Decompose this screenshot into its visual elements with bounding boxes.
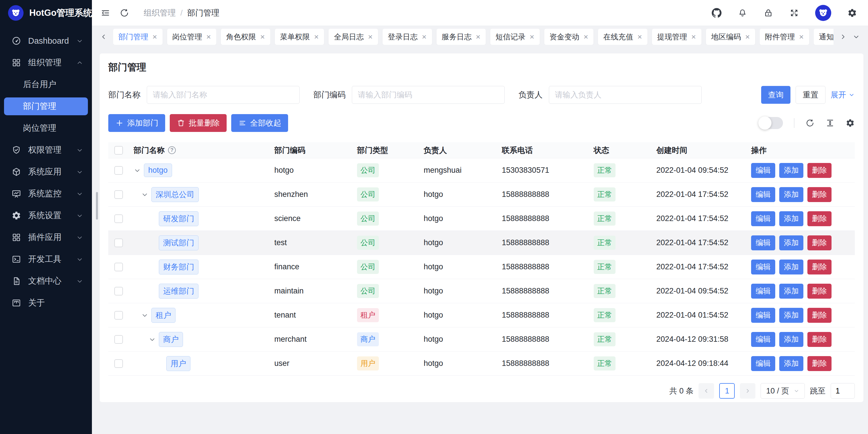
sidebar-item-关于[interactable]: 关于 xyxy=(0,292,92,314)
department-name-tag[interactable]: 用户 xyxy=(166,356,190,371)
sidebar-subitem-部门管理[interactable]: 部门管理 xyxy=(4,97,88,115)
tab-附件管理[interactable]: 附件管理✕ xyxy=(760,29,809,45)
sidebar-item-组织管理[interactable]: 组织管理 xyxy=(0,52,92,74)
department-name-tag[interactable]: 租户 xyxy=(151,308,176,323)
scrollbar-thumb[interactable] xyxy=(96,192,98,220)
refresh-icon[interactable] xyxy=(120,8,129,18)
department-name-tag[interactable]: 商户 xyxy=(159,332,183,347)
add-button[interactable]: 添加 xyxy=(779,211,803,226)
app-logo[interactable]: HotGo管理系统 xyxy=(0,0,92,26)
row-checkbox[interactable] xyxy=(114,190,123,199)
tab-close-icon[interactable]: ✕ xyxy=(368,34,373,40)
sidebar-item-Dashboard[interactable]: Dashboard xyxy=(0,30,92,52)
tab-菜单权限[interactable]: 菜单权限✕ xyxy=(275,29,324,45)
tab-登录日志[interactable]: 登录日志✕ xyxy=(382,29,432,45)
next-page-button[interactable] xyxy=(740,383,755,399)
delete-button[interactable]: 删除 xyxy=(807,356,832,371)
tabs-dropdown-icon[interactable] xyxy=(852,33,860,40)
edit-button[interactable]: 编辑 xyxy=(751,235,775,250)
edit-button[interactable]: 编辑 xyxy=(751,187,775,202)
sidebar-item-系统设置[interactable]: 系统设置 xyxy=(0,205,92,227)
tab-角色权限[interactable]: 角色权限✕ xyxy=(221,29,270,45)
department-name-tag[interactable]: 测试部门 xyxy=(159,235,198,250)
tab-close-icon[interactable]: ✕ xyxy=(529,34,534,40)
add-department-button[interactable]: 添加部门 xyxy=(108,114,165,132)
page-1-button[interactable]: 1 xyxy=(719,383,735,399)
tab-close-icon[interactable]: ✕ xyxy=(583,34,589,40)
sidebar-item-插件应用[interactable]: 插件应用 xyxy=(0,227,92,248)
sidebar-subitem-后台用户[interactable]: 后台用户 xyxy=(0,74,92,95)
caret-down-icon[interactable] xyxy=(133,167,141,174)
edit-button[interactable]: 编辑 xyxy=(751,211,775,226)
add-button[interactable]: 添加 xyxy=(779,308,803,323)
row-height-icon[interactable] xyxy=(826,118,835,127)
add-button[interactable]: 添加 xyxy=(779,163,803,178)
row-checkbox[interactable] xyxy=(114,214,123,223)
delete-button[interactable]: 删除 xyxy=(807,260,832,274)
row-checkbox[interactable] xyxy=(114,311,123,320)
row-checkbox[interactable] xyxy=(114,166,123,175)
sidebar-item-文档中心[interactable]: 文档中心 xyxy=(0,270,92,292)
delete-button[interactable]: 删除 xyxy=(807,284,832,299)
menu-collapse-icon[interactable] xyxy=(100,8,110,18)
delete-button[interactable]: 删除 xyxy=(807,308,832,323)
row-checkbox[interactable] xyxy=(114,238,123,247)
tab-close-icon[interactable]: ✕ xyxy=(476,34,481,40)
sidebar-item-系统监控[interactable]: 系统监控 xyxy=(0,183,92,205)
department-name-tag[interactable]: 深圳总公司 xyxy=(151,187,199,202)
tab-close-icon[interactable]: ✕ xyxy=(260,34,265,40)
prev-page-button[interactable] xyxy=(699,383,714,399)
edit-button[interactable]: 编辑 xyxy=(751,308,775,323)
tab-close-icon[interactable]: ✕ xyxy=(152,34,157,40)
tab-资金变动[interactable]: 资金变动✕ xyxy=(544,29,594,45)
edit-button[interactable]: 编辑 xyxy=(751,332,775,347)
sidebar-item-开发工具[interactable]: 开发工具 xyxy=(0,248,92,270)
caret-down-icon[interactable] xyxy=(141,312,149,319)
delete-button[interactable]: 删除 xyxy=(807,235,832,250)
edit-button[interactable]: 编辑 xyxy=(751,163,775,178)
collapse-all-button[interactable]: 全部收起 xyxy=(231,114,288,132)
row-checkbox[interactable] xyxy=(114,263,123,271)
row-checkbox[interactable] xyxy=(114,335,123,344)
batch-delete-button[interactable]: 批量删除 xyxy=(170,114,227,132)
delete-button[interactable]: 删除 xyxy=(807,211,832,226)
field-input-2[interactable] xyxy=(549,86,702,104)
tab-close-icon[interactable]: ✕ xyxy=(422,34,427,40)
caret-down-icon[interactable] xyxy=(149,336,156,343)
table-refresh-icon[interactable] xyxy=(805,118,814,127)
row-checkbox[interactable] xyxy=(114,359,123,368)
edit-button[interactable]: 编辑 xyxy=(751,284,775,299)
department-name-tag[interactable]: 财务部门 xyxy=(159,260,198,274)
field-input-1[interactable] xyxy=(352,86,505,104)
lock-icon[interactable] xyxy=(764,8,773,18)
tab-提现管理[interactable]: 提现管理✕ xyxy=(652,29,702,45)
sidebar-item-权限管理[interactable]: 权限管理 xyxy=(0,139,92,161)
tabs-scroll-left-icon[interactable] xyxy=(100,33,107,40)
add-button[interactable]: 添加 xyxy=(779,284,803,299)
edit-button[interactable]: 编辑 xyxy=(751,356,775,371)
breadcrumb-parent[interactable]: 组织管理 xyxy=(144,7,176,19)
tab-部门管理[interactable]: 部门管理✕ xyxy=(113,29,162,45)
add-button[interactable]: 添加 xyxy=(779,332,803,347)
tab-岗位管理[interactable]: 岗位管理✕ xyxy=(167,29,217,45)
delete-button[interactable]: 删除 xyxy=(807,163,832,178)
tab-close-icon[interactable]: ✕ xyxy=(206,34,211,40)
notification-bell-icon[interactable] xyxy=(738,8,747,18)
tabs-scroll-right-icon[interactable] xyxy=(839,33,847,40)
select-all-checkbox[interactable] xyxy=(114,146,123,155)
edit-button[interactable]: 编辑 xyxy=(751,260,775,274)
expand-toggle[interactable]: 展开 xyxy=(831,90,855,100)
delete-button[interactable]: 删除 xyxy=(807,187,832,202)
tab-close-icon[interactable]: ✕ xyxy=(637,34,642,40)
query-button[interactable]: 查询 xyxy=(761,86,790,104)
add-button[interactable]: 添加 xyxy=(779,260,803,274)
tab-地区编码[interactable]: 地区编码✕ xyxy=(706,29,755,45)
tab-服务日志[interactable]: 服务日志✕ xyxy=(437,29,486,45)
reset-button[interactable]: 重置 xyxy=(796,86,826,104)
tab-在线充值[interactable]: 在线充值✕ xyxy=(598,29,647,45)
fullscreen-icon[interactable] xyxy=(789,8,799,18)
sidebar-item-系统应用[interactable]: 系统应用 xyxy=(0,161,92,183)
tab-通知公告[interactable]: 通知公告✕ xyxy=(814,29,834,45)
add-button[interactable]: 添加 xyxy=(779,235,803,250)
github-icon[interactable] xyxy=(712,8,721,18)
